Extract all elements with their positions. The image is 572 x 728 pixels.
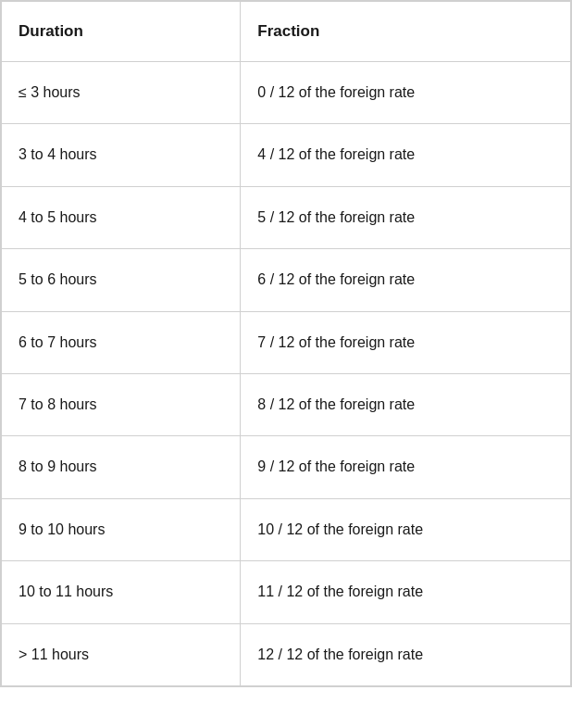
table-header-row: Duration Fraction	[2, 2, 571, 62]
fraction-cell: 4 / 12 of the foreign rate	[241, 124, 571, 186]
fraction-cell: 11 / 12 of the foreign rate	[241, 561, 571, 623]
table-row: 9 to 10 hours10 / 12 of the foreign rate	[2, 498, 571, 560]
header-fraction: Fraction	[241, 2, 571, 62]
fraction-cell: 0 / 12 of the foreign rate	[241, 62, 571, 124]
table-row: 7 to 8 hours8 / 12 of the foreign rate	[2, 373, 571, 435]
fraction-cell: 6 / 12 of the foreign rate	[241, 249, 571, 311]
table-row: > 11 hours12 / 12 of the foreign rate	[2, 623, 571, 685]
fraction-cell: 8 / 12 of the foreign rate	[241, 373, 571, 435]
duration-fraction-table: Duration Fraction ≤ 3 hours0 / 12 of the…	[0, 0, 572, 687]
duration-cell: 9 to 10 hours	[2, 498, 241, 560]
duration-cell: 7 to 8 hours	[2, 373, 241, 435]
table-row: ≤ 3 hours0 / 12 of the foreign rate	[2, 62, 571, 124]
duration-cell: 3 to 4 hours	[2, 124, 241, 186]
table-row: 4 to 5 hours5 / 12 of the foreign rate	[2, 186, 571, 248]
table-row: 3 to 4 hours4 / 12 of the foreign rate	[2, 124, 571, 186]
duration-cell: 8 to 9 hours	[2, 436, 241, 498]
table-row: 8 to 9 hours9 / 12 of the foreign rate	[2, 436, 571, 498]
header-duration: Duration	[2, 2, 241, 62]
duration-cell: 4 to 5 hours	[2, 186, 241, 248]
fraction-cell: 12 / 12 of the foreign rate	[241, 623, 571, 685]
table-row: 5 to 6 hours6 / 12 of the foreign rate	[2, 249, 571, 311]
fraction-cell: 9 / 12 of the foreign rate	[241, 436, 571, 498]
table-row: 6 to 7 hours7 / 12 of the foreign rate	[2, 311, 571, 373]
duration-cell: 5 to 6 hours	[2, 249, 241, 311]
duration-cell: 6 to 7 hours	[2, 311, 241, 373]
fraction-cell: 10 / 12 of the foreign rate	[241, 498, 571, 560]
fraction-cell: 5 / 12 of the foreign rate	[241, 186, 571, 248]
duration-cell: 10 to 11 hours	[2, 561, 241, 623]
table-row: 10 to 11 hours11 / 12 of the foreign rat…	[2, 561, 571, 623]
duration-cell: ≤ 3 hours	[2, 62, 241, 124]
duration-cell: > 11 hours	[2, 623, 241, 685]
fraction-cell: 7 / 12 of the foreign rate	[241, 311, 571, 373]
